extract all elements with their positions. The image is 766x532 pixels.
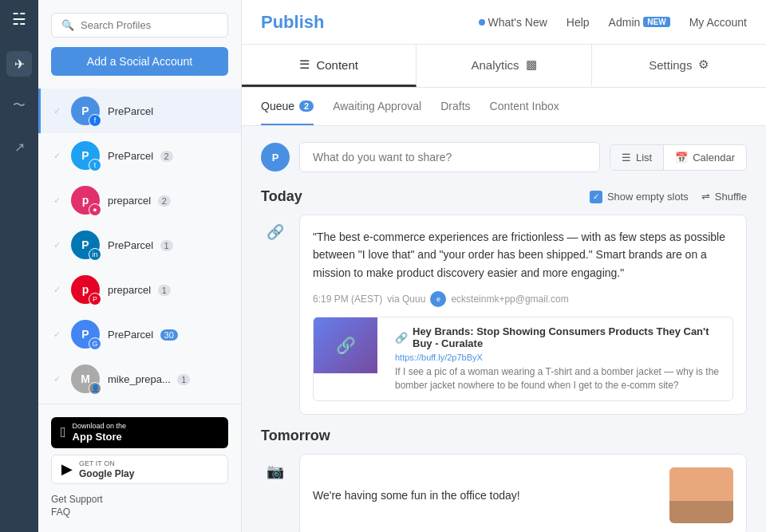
tomorrow-post-text: We're having some fun in the office toda… <box>313 489 660 502</box>
app-store-badge[interactable]:  Download on the App Store <box>51 417 228 447</box>
tab-analytics[interactable]: Analytics ▩ <box>417 45 591 87</box>
nav-icon-publish[interactable]: ✈ <box>6 51 32 77</box>
admin-new-badge: NEW <box>643 17 669 27</box>
profile-list: ✓ P f PreParcel ✓ P t PreParcel 2 ✓ <box>38 89 241 404</box>
get-support-link[interactable]: Get Support <box>51 494 228 505</box>
avatar: p P <box>71 275 100 304</box>
shuffle-button[interactable]: ⇌ Shuffle <box>701 191 747 203</box>
check-icon: ✓ <box>53 374 65 384</box>
twitter-badge: t <box>89 159 101 171</box>
content-area: ☰ Content Analytics ▩ Settings ⚙ Queue 2… <box>242 45 766 532</box>
tomorrow-title: Tomorrow <box>261 428 330 444</box>
show-empty-checkbox[interactable]: ✓ <box>590 191 602 203</box>
link-preview-content: 🔗 Hey Brands: Stop Showing Consumers Pro… <box>387 317 732 400</box>
icon-bar: ☵ ✈ 〜 ↗ <box>0 0 38 532</box>
link-icon: 🔗 <box>261 215 290 243</box>
check-icon: ✓ <box>53 240 65 250</box>
profile-count: 2 <box>158 195 171 207</box>
facebook-badge: f <box>89 114 101 127</box>
link-preview[interactable]: 🔗 🔗 Hey Brands: Stop Showing Consumers P… <box>313 317 733 401</box>
check-icon: ✓ <box>53 106 65 116</box>
my-account-link[interactable]: My Account <box>689 16 747 29</box>
my-account-label: My Account <box>689 16 747 29</box>
compose-input[interactable] <box>299 142 600 172</box>
admin-link[interactable]: Admin NEW <box>609 16 670 29</box>
search-input[interactable] <box>81 19 218 31</box>
list-view-button[interactable]: ☰ List <box>610 145 664 170</box>
search-box[interactable]: 🔍 <box>51 13 228 37</box>
pinterest-badge: P <box>89 293 101 305</box>
list-label: List <box>636 152 652 164</box>
profile-info: preparcel 1 <box>108 282 228 297</box>
profile-info: preparcel 2 <box>108 193 228 207</box>
bar-chart-icon: ▩ <box>526 57 537 72</box>
profile-count: 2 <box>160 151 173 162</box>
app-store-text: Download on the App Store <box>73 422 127 443</box>
profile-count: 1 <box>158 285 171 296</box>
post-time: 6:19 PM (AEST) <box>313 294 382 305</box>
list-item[interactable]: ✓ P G PreParcel 30 <box>38 312 241 357</box>
help-link[interactable]: Help <box>567 16 590 29</box>
show-empty-label: Show empty slots <box>607 191 689 203</box>
image-placeholder-icon: 📷 <box>261 454 290 483</box>
check-icon: ✓ <box>53 329 65 340</box>
profile-name: PreParcel <box>108 329 153 341</box>
compose-bar: P ☰ List 📅 Calendar <box>261 142 747 172</box>
profile-name: PreParcel <box>108 105 153 117</box>
list-item[interactable]: ✓ P f PreParcel <box>38 89 241 133</box>
avatar: P f <box>71 97 100 125</box>
google-play-text: GET IT ON Google Play <box>79 459 134 479</box>
link-icon-small: 🔗 <box>395 332 408 344</box>
whats-new-dot <box>479 19 485 26</box>
avatar: p ● <box>71 186 100 215</box>
check-icon: ✓ <box>53 285 65 295</box>
profile-info: mike_prepa... 1 <box>108 372 228 386</box>
list-item[interactable]: ✓ P in PreParcel 1 <box>38 223 241 267</box>
support-links: Get Support FAQ <box>51 494 228 518</box>
main-content: Publish What's New Help Admin NEW My Acc… <box>242 0 766 532</box>
tab-drafts[interactable]: Drafts <box>440 89 470 125</box>
list-item[interactable]: ✓ M 👤 mike_prepa... 1 <box>38 357 241 401</box>
add-account-button[interactable]: Add a Social Account <box>51 47 228 76</box>
calendar-icon: 📅 <box>675 152 688 164</box>
gear-icon: ⚙ <box>698 57 709 72</box>
view-toggle: ☰ List 📅 Calendar <box>610 144 747 171</box>
layers-icon: ☰ <box>299 57 310 72</box>
list-item[interactable]: ✓ p ● preparcel 2 <box>38 178 241 223</box>
link-url: https://buff.ly/2p7bByX <box>395 353 725 362</box>
list-item[interactable]: ✓ p P preparcel 1 <box>38 267 241 312</box>
profile-count: 1 <box>160 240 173 251</box>
admin-label: Admin <box>609 16 641 29</box>
tab-settings[interactable]: Settings ⚙ <box>592 45 766 87</box>
list-item[interactable]: ✓ P t PreParcel 2 <box>38 133 241 178</box>
tab-content[interactable]: ☰ Content <box>242 45 417 87</box>
day-controls: ✓ Show empty slots ⇌ Shuffle <box>590 191 747 203</box>
tab-content-inbox[interactable]: Content Inbox <box>490 89 559 125</box>
content-body: P ☰ List 📅 Calendar Today <box>242 126 766 532</box>
nav-icon-trend[interactable]: ↗ <box>6 134 32 160</box>
queue-label: Queue <box>261 100 294 112</box>
instagram-badge: ● <box>89 203 101 216</box>
apple-icon:  <box>61 424 66 441</box>
app-logo-icon[interactable]: ☵ <box>12 10 26 29</box>
profile-name: preparcel <box>108 195 151 207</box>
avatar: P t <box>71 141 100 170</box>
sidebar-footer:  Download on the App Store ▶ GET IT ON … <box>38 404 241 532</box>
whats-new-link[interactable]: What's New <box>479 16 547 29</box>
calendar-view-button[interactable]: 📅 Calendar <box>664 145 746 170</box>
faq-link[interactable]: FAQ <box>51 506 228 518</box>
google-play-badge[interactable]: ▶ GET IT ON Google Play <box>51 455 228 484</box>
person-badge: 👤 <box>89 382 101 395</box>
profile-info: PreParcel 1 <box>108 238 228 252</box>
link-preview-image: 🔗 <box>314 317 377 373</box>
content-inbox-label: Content Inbox <box>490 100 559 112</box>
profile-info: PreParcel 2 <box>108 148 228 163</box>
tomorrow-image <box>669 467 733 523</box>
tab-queue[interactable]: Queue 2 <box>261 89 314 125</box>
tomorrow-header: Tomorrow <box>261 428 747 444</box>
show-empty-slots-control[interactable]: ✓ Show empty slots <box>590 191 689 203</box>
profile-count: 30 <box>160 329 178 341</box>
nav-icon-analytics[interactable]: 〜 <box>6 93 32 118</box>
tab-awaiting-approval[interactable]: Awaiting Approval <box>333 89 421 125</box>
content-tabs-header: ☰ Content Analytics ▩ Settings ⚙ <box>242 45 766 88</box>
